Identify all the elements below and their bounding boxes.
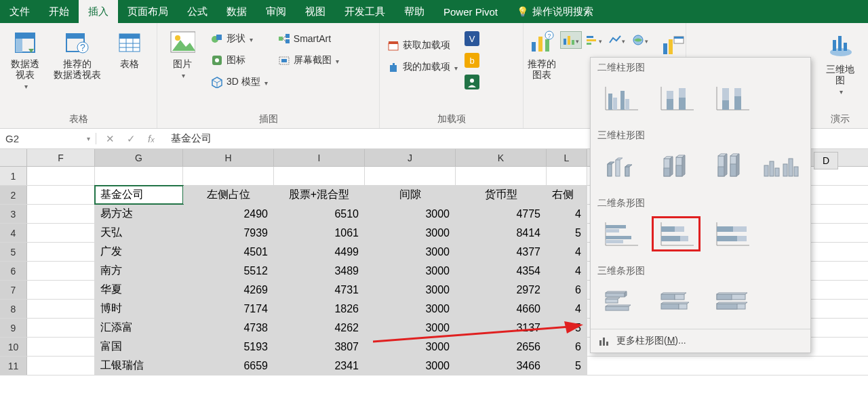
3d-model-button[interactable]: 3D 模型: [208, 72, 271, 92]
tab-home[interactable]: 开始: [39, 0, 79, 23]
cell[interactable]: [274, 167, 365, 185]
100pct-stacked-bar-2d[interactable]: [707, 216, 756, 251]
map-chart-dropdown[interactable]: [629, 31, 651, 49]
smartart-button[interactable]: SmartArt: [275, 28, 342, 49]
cell[interactable]: [456, 167, 547, 185]
cell[interactable]: [27, 262, 95, 280]
col-header[interactable]: I: [274, 149, 365, 166]
cell[interactable]: 5512: [183, 262, 274, 280]
cancel-icon[interactable]: ✕: [106, 133, 115, 145]
get-addins-button[interactable]: 获取加载项: [384, 35, 460, 56]
row-header[interactable]: 6: [0, 262, 27, 280]
cell[interactable]: 8414: [456, 224, 547, 242]
cell[interactable]: 5: [547, 224, 587, 242]
cell[interactable]: 3000: [365, 281, 456, 299]
cell[interactable]: 6: [547, 281, 587, 299]
100pct-stacked-column-2d[interactable]: [707, 81, 756, 116]
clustered-column-3d[interactable]: [596, 148, 644, 184]
row-header[interactable]: 9: [0, 319, 27, 337]
cell[interactable]: 3000: [365, 319, 456, 337]
cell[interactable]: 4775: [456, 205, 547, 223]
cell[interactable]: 间隙: [365, 186, 456, 204]
cell[interactable]: 4660: [456, 300, 547, 318]
tab-powerpivot[interactable]: Power Pivot: [434, 0, 507, 23]
bar-chart-dropdown[interactable]: [583, 31, 605, 49]
cell[interactable]: [27, 205, 95, 223]
cell[interactable]: 华夏: [95, 281, 183, 299]
row-header[interactable]: 7: [0, 281, 27, 299]
cell[interactable]: [27, 186, 95, 204]
cell[interactable]: 易方达: [95, 205, 183, 223]
tell-me-search[interactable]: 操作说明搜索: [507, 0, 603, 23]
cell[interactable]: [27, 243, 95, 261]
cell[interactable]: 3000: [365, 243, 456, 261]
cell[interactable]: 2341: [274, 357, 365, 375]
cell[interactable]: 1061: [274, 224, 365, 242]
screenshot-button[interactable]: 屏幕截图: [275, 50, 342, 70]
tab-view[interactable]: 视图: [296, 0, 335, 23]
tab-file[interactable]: 文件: [0, 0, 39, 23]
col-header[interactable]: H: [183, 149, 274, 166]
row-header[interactable]: 5: [0, 243, 27, 261]
cell[interactable]: 3137: [456, 319, 547, 337]
pivot-chart-button[interactable]: [659, 33, 689, 60]
row-header[interactable]: 3: [0, 205, 27, 223]
cell[interactable]: 5: [547, 357, 587, 375]
cell[interactable]: 6: [547, 338, 587, 356]
cell[interactable]: 7174: [183, 300, 274, 318]
cell[interactable]: 4731: [274, 281, 365, 299]
clustered-bar-2d[interactable]: [596, 216, 645, 251]
cell[interactable]: 1826: [274, 300, 365, 318]
100pct-stacked-bar-3d[interactable]: [707, 284, 756, 319]
stacked-bar-2d[interactable]: [652, 216, 701, 251]
cell[interactable]: 博时: [95, 300, 183, 318]
cell[interactable]: 4262: [274, 319, 365, 337]
cell[interactable]: [27, 167, 95, 185]
cell[interactable]: 2490: [183, 205, 274, 223]
tab-formula[interactable]: 公式: [178, 0, 217, 23]
picture-button[interactable]: 图片: [161, 26, 203, 80]
cell[interactable]: 5: [547, 319, 587, 337]
cell[interactable]: 3000: [365, 224, 456, 242]
stacked-column-3d[interactable]: [650, 148, 698, 184]
cell[interactable]: [183, 167, 274, 185]
cell[interactable]: 2656: [456, 338, 547, 356]
row-header[interactable]: 2: [0, 186, 27, 204]
100pct-stacked-column-3d[interactable]: [704, 148, 751, 184]
col-header[interactable]: J: [365, 149, 456, 166]
cell[interactable]: [27, 357, 95, 375]
table-button[interactable]: 表格: [108, 26, 151, 69]
cell[interactable]: 4738: [183, 319, 274, 337]
cell[interactable]: 7939: [183, 224, 274, 242]
cell[interactable]: 基金公司: [95, 186, 183, 204]
cell[interactable]: [95, 167, 183, 185]
cell[interactable]: [27, 281, 95, 299]
row-header[interactable]: 4: [0, 224, 27, 242]
cell[interactable]: 3489: [274, 262, 365, 280]
tab-layout[interactable]: 页面布局: [118, 0, 178, 23]
tab-review[interactable]: 审阅: [256, 0, 296, 23]
visio-addin-icon[interactable]: V: [465, 31, 479, 49]
cell[interactable]: 4: [547, 300, 587, 318]
cell[interactable]: 3807: [274, 338, 365, 356]
cell[interactable]: [27, 224, 95, 242]
column-chart-dropdown[interactable]: [560, 31, 582, 49]
col-header[interactable]: D: [814, 152, 838, 169]
name-box[interactable]: G2: [0, 133, 96, 144]
cell[interactable]: 4269: [183, 281, 274, 299]
bing-addin-icon[interactable]: b: [465, 53, 479, 70]
cell[interactable]: 天弘: [95, 224, 183, 242]
col-header[interactable]: L: [547, 149, 587, 166]
cell[interactable]: 6659: [183, 357, 274, 375]
recommended-charts-button[interactable]: ? 推荐的 图表: [528, 26, 556, 80]
cell[interactable]: 4: [547, 262, 587, 280]
people-addin-icon[interactable]: [465, 75, 479, 92]
cell[interactable]: 3000: [365, 338, 456, 356]
cell[interactable]: 3000: [365, 205, 456, 223]
cell[interactable]: 左侧占位: [183, 186, 274, 204]
cell[interactable]: 4354: [456, 262, 547, 280]
cell[interactable]: 南方: [95, 262, 183, 280]
cell[interactable]: [27, 300, 95, 318]
fx-icon[interactable]: fx: [148, 133, 155, 144]
cell[interactable]: 广发: [95, 243, 183, 261]
